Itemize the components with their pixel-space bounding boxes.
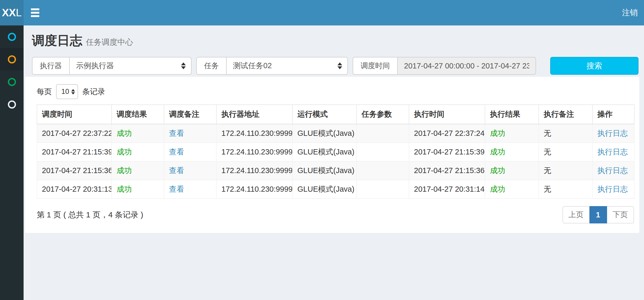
cell-action[interactable]: 执行日志 bbox=[592, 180, 634, 199]
cell-exec-remark: 无 bbox=[539, 180, 592, 199]
page-size-suffix: 条记录 bbox=[82, 87, 105, 97]
column-header: 操作 bbox=[592, 105, 634, 124]
cell-exec-result: 成功 bbox=[485, 124, 539, 143]
prev-page-button[interactable]: 上页 bbox=[563, 206, 590, 223]
time-filter-label: 调度时间 bbox=[353, 57, 397, 75]
logo-text-light: L bbox=[16, 7, 22, 19]
table-row: 2017-04-27 22:37:22成功查看172.24.110.230:99… bbox=[37, 124, 634, 143]
job-filter-group: 任务 测试任务02 bbox=[196, 57, 348, 75]
column-header: 执行结果 bbox=[485, 105, 539, 124]
time-filter-group: 调度时间 bbox=[353, 57, 536, 75]
logout-link[interactable]: 注销 bbox=[622, 7, 644, 18]
cell-exec-result: 成功 bbox=[485, 161, 539, 180]
sidebar-item-dashboard[interactable] bbox=[0, 25, 24, 48]
circle-icon bbox=[8, 55, 16, 63]
page-size-select[interactable]: 10 bbox=[56, 84, 78, 99]
cell-job-param bbox=[357, 180, 409, 199]
column-header: 调度结果 bbox=[112, 105, 164, 124]
cell-run-mode: GLUE模式(Java) bbox=[292, 124, 357, 143]
cell-exec-result: 成功 bbox=[485, 180, 539, 199]
executor-filter-label: 执行器 bbox=[32, 57, 69, 75]
current-page-button[interactable]: 1 bbox=[590, 206, 607, 223]
sidebar-item-job-manage[interactable] bbox=[0, 71, 24, 93]
app-logo: XXL bbox=[0, 0, 24, 25]
cell-run-mode: GLUE模式(Java) bbox=[292, 161, 357, 180]
main-content: 调度日志 任务调度中心 执行器 示例执行器 任务 测试任务02 调度时 bbox=[24, 25, 644, 300]
column-header: 运行模式 bbox=[292, 105, 357, 124]
page-size-prefix: 每页 bbox=[37, 87, 52, 97]
cell-dispatch-result: 成功 bbox=[112, 143, 164, 161]
log-panel: 每页 10 条记录 调度时间调度结果调度备注执行器地址运行模式任务参数执行时间执… bbox=[25, 77, 639, 233]
circle-icon bbox=[8, 100, 16, 109]
cell-job-param bbox=[357, 143, 409, 161]
cell-executor-address: 172.24.110.230:9999 bbox=[216, 161, 292, 180]
cell-exec-remark: 无 bbox=[539, 161, 592, 180]
pager: 上页 1 下页 bbox=[563, 206, 634, 223]
executor-filter-group: 执行器 示例执行器 bbox=[32, 57, 192, 75]
cell-action[interactable]: 执行日志 bbox=[592, 161, 634, 180]
cell-exec-time: 2017-04-27 22:37:24 bbox=[409, 124, 485, 143]
column-header: 任务参数 bbox=[357, 105, 409, 124]
app-screen: XXL 注销 调度日志 任务调度中心 执行器 示例执行器 任务 bbox=[0, 0, 644, 300]
time-range-input[interactable] bbox=[397, 57, 536, 75]
cell-executor-address: 172.24.110.230:9999 bbox=[216, 180, 292, 199]
cell-dispatch-remark[interactable]: 查看 bbox=[164, 180, 216, 199]
top-navbar: XXL 注销 bbox=[0, 0, 644, 25]
column-header: 调度时间 bbox=[37, 105, 112, 124]
log-table-head: 调度时间调度结果调度备注执行器地址运行模式任务参数执行时间执行结果执行备注操作 bbox=[37, 105, 634, 124]
column-header: 执行器地址 bbox=[216, 105, 292, 124]
cell-dispatch-result: 成功 bbox=[112, 124, 164, 143]
filter-bar: 执行器 示例执行器 任务 测试任务02 调度时间 搜索 bbox=[32, 57, 638, 75]
column-header: 执行时间 bbox=[409, 105, 485, 124]
executor-select-value: 示例执行器 bbox=[76, 61, 114, 71]
sidebar-toggle-icon[interactable] bbox=[31, 7, 43, 19]
column-header: 调度备注 bbox=[164, 105, 216, 124]
cell-dispatch-time: 2017-04-27 21:15:39 bbox=[37, 143, 112, 161]
search-button[interactable]: 搜索 bbox=[550, 57, 638, 75]
cell-exec-result: 成功 bbox=[485, 143, 539, 161]
page-subtitle: 任务调度中心 bbox=[86, 37, 133, 48]
page-size-value: 10 bbox=[61, 88, 69, 96]
content-header: 调度日志 任务调度中心 bbox=[24, 25, 644, 49]
sidebar-item-dispatch-log[interactable] bbox=[0, 48, 24, 71]
cell-action[interactable]: 执行日志 bbox=[592, 124, 634, 143]
cell-exec-remark: 无 bbox=[539, 143, 592, 161]
cell-dispatch-result: 成功 bbox=[112, 180, 164, 199]
cell-exec-time: 2017-04-27 20:31:14 bbox=[409, 180, 485, 199]
cell-dispatch-time: 2017-04-27 20:31:13 bbox=[37, 180, 112, 199]
cell-exec-remark: 无 bbox=[539, 124, 592, 143]
log-table: 调度时间调度结果调度备注执行器地址运行模式任务参数执行时间执行结果执行备注操作 … bbox=[37, 104, 635, 199]
sidebar-menu bbox=[0, 25, 24, 300]
pagination-row: 第 1 页 ( 总共 1 页，4 条记录 ) 上页 1 下页 bbox=[37, 206, 634, 223]
circle-icon bbox=[8, 78, 16, 86]
job-select[interactable]: 测试任务02 bbox=[226, 57, 348, 75]
job-select-value: 测试任务02 bbox=[233, 61, 272, 71]
cell-exec-time: 2017-04-27 21:15:36 bbox=[409, 161, 485, 180]
cell-run-mode: GLUE模式(Java) bbox=[292, 143, 357, 161]
cell-run-mode: GLUE模式(Java) bbox=[292, 180, 357, 199]
table-row: 2017-04-27 20:31:13成功查看172.24.110.230:99… bbox=[37, 180, 634, 199]
cell-dispatch-remark[interactable]: 查看 bbox=[164, 124, 216, 143]
cell-job-param bbox=[357, 124, 409, 143]
chevron-updown-icon bbox=[181, 62, 186, 69]
sidebar-item-executor-manage[interactable] bbox=[0, 93, 24, 116]
cell-exec-time: 2017-04-27 21:15:39 bbox=[409, 143, 485, 161]
next-page-button[interactable]: 下页 bbox=[607, 206, 634, 223]
cell-job-param bbox=[357, 161, 409, 180]
cell-action[interactable]: 执行日志 bbox=[592, 143, 634, 161]
column-header: 执行备注 bbox=[539, 105, 592, 124]
header-row: 调度时间调度结果调度备注执行器地址运行模式任务参数执行时间执行结果执行备注操作 bbox=[37, 105, 634, 124]
cell-executor-address: 172.24.110.230:9999 bbox=[216, 143, 292, 161]
pagination-info: 第 1 页 ( 总共 1 页，4 条记录 ) bbox=[37, 210, 143, 220]
circle-icon bbox=[8, 33, 16, 41]
executor-select[interactable]: 示例执行器 bbox=[69, 57, 192, 75]
table-row: 2017-04-27 21:15:39成功查看172.24.110.230:99… bbox=[37, 143, 634, 161]
page-size-row: 每页 10 条记录 bbox=[37, 84, 634, 99]
cell-dispatch-time: 2017-04-27 21:15:36 bbox=[37, 161, 112, 180]
chevron-updown-icon bbox=[71, 89, 75, 94]
cell-dispatch-remark[interactable]: 查看 bbox=[164, 161, 216, 180]
cell-dispatch-time: 2017-04-27 22:37:22 bbox=[37, 124, 112, 143]
chevron-updown-icon bbox=[337, 62, 342, 69]
cell-dispatch-remark[interactable]: 查看 bbox=[164, 143, 216, 161]
cell-dispatch-result: 成功 bbox=[112, 161, 164, 180]
